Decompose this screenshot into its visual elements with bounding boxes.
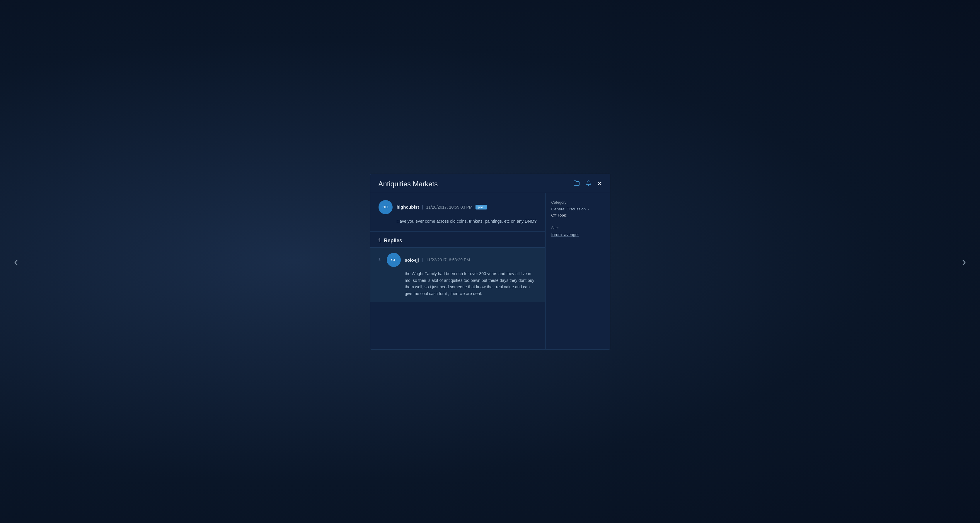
breadcrumb-active[interactable]: Off Topic: [551, 213, 567, 218]
reply-header: SL solo4jj | 11/22/2017, 6:53:29 PM: [387, 253, 537, 267]
reply-meta: solo4jj | 11/22/2017, 6:53:29 PM: [405, 257, 470, 262]
modal-header: Antiquities Markets ✕: [370, 174, 610, 193]
post-body: Have you ever come across old coins, tri…: [379, 218, 537, 225]
category-label: Category:: [551, 200, 604, 205]
close-button[interactable]: ✕: [597, 181, 602, 187]
bell-icon[interactable]: [585, 180, 592, 188]
breadcrumb-separator: ›: [587, 207, 589, 211]
post-header: HG highcubist | 11/20/2017, 10:59:03 PM …: [379, 200, 537, 214]
reply-avatar: SL: [387, 253, 401, 267]
category-section: Category: General Discussion › Off Topic: [551, 200, 604, 218]
post-meta: highcubist | 11/20/2017, 10:59:03 PM pos…: [397, 205, 487, 210]
post-separator: |: [422, 205, 423, 210]
replies-heading: 1 Replies: [379, 238, 537, 244]
reply-body: the Wright Family had been rich for over…: [387, 270, 537, 297]
modal-actions: ✕: [573, 180, 602, 188]
original-post: HG highcubist | 11/20/2017, 10:59:03 PM …: [370, 193, 545, 232]
modal-body: HG highcubist | 11/20/2017, 10:59:03 PM …: [370, 193, 610, 349]
reply-separator: |: [422, 257, 423, 262]
modal-dialog: Antiquities Markets ✕ HG: [370, 174, 610, 350]
reply-author: solo4jj: [405, 258, 419, 262]
modal-sidebar: Category: General Discussion › Off Topic…: [546, 193, 610, 349]
table-row: 1 SL solo4jj | 11/22/2017, 6:53:29 PM th…: [370, 247, 545, 302]
post-date: 11/20/2017, 10:59:03 PM: [426, 205, 472, 210]
site-label: Site:: [551, 226, 604, 230]
reply-number: 1: [379, 253, 387, 261]
prev-arrow[interactable]: ‹: [10, 250, 22, 273]
modal-main-content: HG highcubist | 11/20/2017, 10:59:03 PM …: [370, 193, 546, 349]
replies-label: Replies: [384, 238, 402, 243]
replies-count: 1: [379, 238, 382, 243]
replies-section: 1 Replies: [370, 232, 545, 247]
avatar: HG: [379, 200, 393, 214]
reply-list: 1 SL solo4jj | 11/22/2017, 6:53:29 PM th…: [370, 247, 545, 302]
reply-date: 11/22/2017, 6:53:29 PM: [426, 258, 470, 262]
reply-content: SL solo4jj | 11/22/2017, 6:53:29 PM the …: [387, 253, 537, 297]
next-arrow[interactable]: ›: [958, 250, 970, 273]
modal-title: Antiquities Markets: [379, 180, 438, 188]
post-badge: post: [476, 205, 487, 210]
folder-icon[interactable]: [573, 180, 580, 188]
category-breadcrumb: General Discussion › Off Topic: [551, 207, 604, 218]
breadcrumb-parent[interactable]: General Discussion: [551, 207, 586, 211]
site-section: Site: forum_avenger: [551, 226, 604, 237]
site-value: forum_avenger: [551, 232, 604, 237]
post-author: highcubist: [397, 205, 419, 210]
